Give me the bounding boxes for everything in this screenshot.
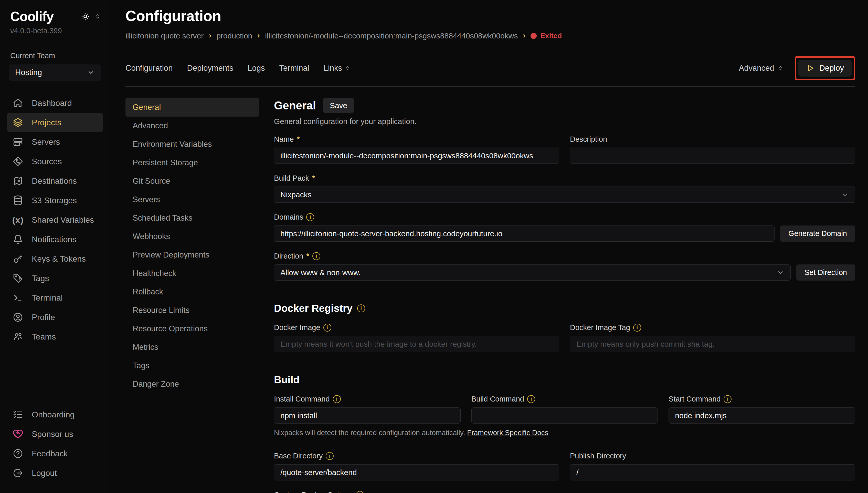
info-icon — [323, 324, 331, 331]
sidebar-item-label: Sponsor us — [32, 429, 73, 439]
general-form: General Save General configuration for y… — [274, 98, 855, 493]
docker-image-tag-input[interactable] — [570, 336, 855, 352]
page-title: Configuration — [125, 7, 855, 24]
sidebar-item-label: Tags — [32, 274, 49, 283]
section-title-general: General — [274, 99, 316, 112]
config-nav-persistent-storage[interactable]: Persistent Storage — [125, 153, 259, 172]
home-icon — [12, 98, 24, 109]
generate-domain-button[interactable]: Generate Domain — [780, 226, 855, 242]
tab-logs[interactable]: Logs — [248, 64, 265, 73]
domains-input[interactable] — [274, 226, 775, 242]
config-nav-preview-deployments[interactable]: Preview Deployments — [125, 246, 259, 264]
section-title-build: Build — [274, 374, 300, 386]
section-title-docker-registry: Docker Registry — [274, 303, 352, 314]
framework-docs-link[interactable]: Framework Specific Docs — [467, 429, 548, 437]
config-nav-scheduled-tasks[interactable]: Scheduled Tasks — [125, 209, 259, 227]
sidebar-item-projects[interactable]: Projects — [7, 113, 103, 132]
config-nav-metrics[interactable]: Metrics — [125, 338, 259, 357]
map-icon — [12, 175, 24, 187]
theme-sun-icon[interactable] — [81, 12, 90, 21]
info-icon — [333, 395, 341, 403]
description-input[interactable] — [570, 148, 855, 164]
config-nav-danger-zone[interactable]: Danger Zone — [125, 375, 259, 393]
config-nav-advanced[interactable]: Advanced — [125, 116, 259, 135]
sidebar-item-profile[interactable]: Profile — [7, 307, 103, 327]
start-command-input[interactable] — [668, 407, 855, 424]
sidebar-item-s3-storages[interactable]: S3 Storages — [7, 191, 103, 210]
build-helper-text: Nixpacks will detect the required config… — [274, 429, 855, 437]
deploy-button[interactable]: Deploy — [798, 60, 852, 77]
breadcrumb-application[interactable]: illicitestonion/-module--decomposition:m… — [265, 31, 518, 40]
config-nav-resource-operations[interactable]: Resource Operations — [125, 320, 259, 338]
sidebar-item-sponsor[interactable]: Sponsor us — [7, 424, 103, 444]
sidebar-item-shared-variables[interactable]: (x) Shared Variables — [7, 210, 103, 230]
sidebar-item-logout[interactable]: Logout — [7, 463, 103, 483]
sidebar-item-label: Profile — [32, 313, 55, 322]
info-icon — [527, 395, 535, 403]
team-select[interactable]: Hosting — [9, 65, 101, 81]
config-nav-environment-variables[interactable]: Environment Variables — [125, 135, 259, 153]
git-source-icon — [12, 156, 24, 167]
breadcrumb-project[interactable]: illicitonion quote server — [125, 31, 204, 40]
sidebar-item-keys-tokens[interactable]: Keys & Tokens — [7, 249, 103, 269]
install-command-input[interactable] — [274, 407, 461, 424]
chevron-right-icon: › — [257, 31, 260, 40]
tab-deployments[interactable]: Deployments — [187, 64, 233, 73]
config-nav-webhooks[interactable]: Webhooks — [125, 227, 259, 246]
name-input[interactable] — [274, 148, 559, 164]
sidebar-item-label: Sources — [32, 157, 62, 166]
tab-terminal[interactable]: Terminal — [279, 64, 309, 73]
build-pack-select[interactable]: Nixpacks — [274, 187, 855, 203]
config-nav-healthcheck[interactable]: Healthcheck — [125, 264, 259, 283]
layers-icon — [12, 117, 24, 128]
sidebar-item-destinations[interactable]: Destinations — [7, 171, 103, 191]
base-directory-input[interactable] — [274, 464, 559, 480]
config-nav-rollback[interactable]: Rollback — [125, 283, 259, 301]
tabs-row: Configuration Deployments Logs Terminal … — [125, 56, 855, 80]
sidebar-item-servers[interactable]: Servers — [7, 132, 103, 152]
sidebar-item-label: Servers — [32, 137, 60, 147]
save-button[interactable]: Save — [323, 98, 354, 113]
sidebar-item-label: Logout — [32, 468, 57, 478]
config-nav-git-source[interactable]: Git Source — [125, 172, 259, 190]
config-nav-tags[interactable]: Tags — [125, 357, 259, 375]
direction-label: Direction* — [274, 252, 855, 260]
sidebar-item-dashboard[interactable]: Dashboard — [7, 93, 103, 113]
advanced-dropdown[interactable]: Advanced — [739, 64, 783, 73]
sidebar-item-sources[interactable]: Sources — [7, 152, 103, 171]
install-command-label: Install Command — [274, 395, 461, 403]
domains-label: Domains — [274, 213, 855, 221]
sidebar-item-feedback[interactable]: Feedback — [7, 444, 103, 463]
sidebar-item-terminal[interactable]: Terminal — [7, 288, 103, 307]
theme-selector-chevron-icon[interactable] — [94, 13, 101, 20]
variables-icon: (x) — [12, 214, 24, 226]
breadcrumb-environment[interactable]: production — [216, 31, 252, 40]
info-icon — [633, 324, 641, 331]
main-content: Configuration illicitonion quote server … — [110, 0, 868, 493]
sidebar-item-label: S3 Storages — [32, 196, 77, 205]
sidebar-item-label: Dashboard — [32, 99, 72, 108]
info-icon — [326, 452, 334, 460]
config-nav-resource-limits[interactable]: Resource Limits — [125, 301, 259, 320]
chevron-up-down-icon — [345, 65, 350, 71]
sidebar-item-teams[interactable]: Teams — [7, 327, 103, 346]
sidebar-item-tags[interactable]: Tags — [7, 269, 103, 288]
sidebar-item-onboarding[interactable]: Onboarding — [7, 405, 103, 424]
build-command-input[interactable] — [472, 407, 658, 424]
direction-select[interactable]: Allow www & non-www. — [274, 264, 791, 281]
config-nav-general[interactable]: General — [125, 98, 259, 116]
required-mark: * — [306, 252, 309, 260]
divider — [125, 86, 855, 87]
database-icon — [12, 195, 24, 206]
publish-directory-input[interactable] — [570, 464, 855, 480]
tab-links[interactable]: Links — [324, 64, 350, 73]
tab-configuration[interactable]: Configuration — [125, 64, 173, 73]
sidebar-item-notifications[interactable]: Notifications — [7, 230, 103, 249]
info-icon — [357, 304, 365, 312]
set-direction-button[interactable]: Set Direction — [796, 264, 855, 281]
play-icon — [806, 64, 815, 72]
config-nav-servers[interactable]: Servers — [125, 190, 259, 209]
info-icon — [356, 491, 364, 493]
sidebar-item-label: Teams — [32, 332, 56, 342]
docker-image-input[interactable] — [274, 336, 559, 352]
